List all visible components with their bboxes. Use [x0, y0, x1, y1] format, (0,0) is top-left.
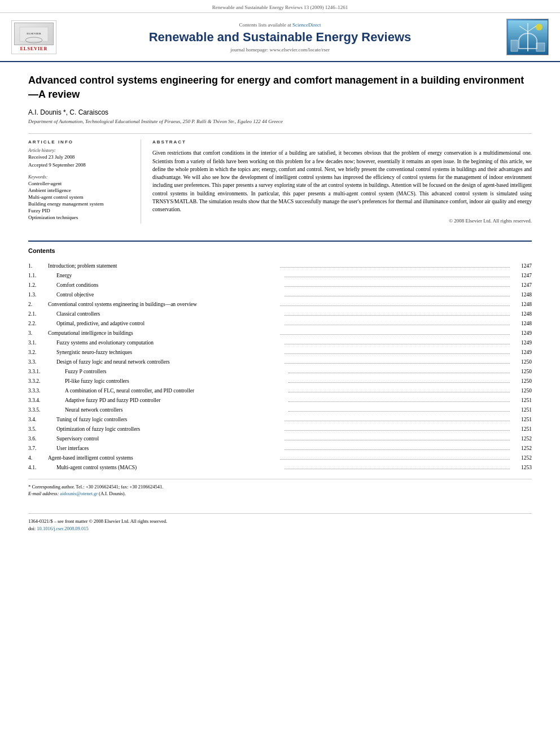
toc-page: 1248 [512, 311, 532, 317]
toc-num: 3.2. [28, 350, 56, 355]
toc-row: 3. Computational intelligence in buildin… [28, 328, 532, 336]
license-note: 1364-0321/$ – see front matter © 2008 El… [28, 518, 532, 524]
toc-row: 1. Introduction; problem statement 1247 [28, 261, 532, 269]
keywords-section: Keywords: Controller-agent Ambient intel… [28, 174, 132, 220]
toc-page: 1250 [512, 369, 532, 374]
toc-num: 1.3. [28, 292, 56, 298]
toc-dots [288, 405, 510, 412]
toc-title-text: Design of fuzzy logic and neural network… [56, 359, 282, 365]
toc-title-text: Supervisory control [56, 436, 282, 442]
elsevier-logo-area: ELSEVIER ELSEVIER [11, 20, 62, 54]
toc-page: 1249 [512, 350, 532, 355]
doi-line: doi: 10.1016/j.rser.2008.09.015 [28, 526, 532, 531]
received-date: Received 23 July 2008 [28, 154, 132, 160]
svg-point-10 [536, 24, 542, 30]
main-content: Advanced control systems engineering for… [0, 62, 560, 543]
toc-title-text: Computational intelligence in buildings [48, 330, 278, 336]
toc-num: 3.5. [28, 426, 56, 432]
toc-title-text: Introduction; problem statement [48, 263, 278, 269]
toc-page: 1252 [512, 436, 532, 442]
toc-num: 3.3.1. [28, 369, 65, 374]
paper-title: Advanced control systems engineering for… [28, 73, 532, 102]
toc-row: 2. Conventional control systems engineer… [28, 299, 532, 307]
keyword-1: Controller-agent [28, 181, 132, 186]
toc-title-text: Adaptive fuzzy PD and fuzzy PID controll… [65, 397, 286, 403]
toc-page: 1247 [512, 263, 532, 269]
toc-title-text: Tuning of fuzzy logic controllers [56, 417, 282, 422]
toc-dots [285, 434, 510, 440]
article-body: ARTICLE INFO Article history: Received 2… [28, 139, 532, 224]
toc-title-text: Control objective [56, 292, 282, 298]
toc-dots [280, 328, 510, 335]
email-suffix: (A.I. Dounis). [99, 491, 126, 496]
journal-homepage: journal homepage: www.elsevier.com/locat… [62, 47, 498, 53]
article-info: ARTICLE INFO Article history: Received 2… [28, 139, 141, 224]
toc-page: 1252 [512, 455, 532, 461]
toc-dots [285, 290, 510, 296]
toc-num: 1.1. [28, 273, 56, 278]
toc-page: 1249 [512, 330, 532, 336]
toc-page: 1251 [512, 397, 532, 403]
footer: 1364-0321/$ – see front matter © 2008 El… [28, 513, 532, 531]
toc-dots [285, 424, 510, 431]
toc-num: 3.3.4. [28, 397, 65, 403]
doi-label: doi: [28, 526, 36, 531]
toc-row: 3.4. Tuning of fuzzy logic controllers 1… [28, 414, 532, 422]
toc-dots [285, 270, 510, 277]
toc-row: 3.6. Supervisory control 1252 [28, 434, 532, 442]
toc-page: 1251 [512, 426, 532, 432]
toc-page: 1251 [512, 417, 532, 422]
elsevier-logo: ELSEVIER ELSEVIER [11, 20, 56, 54]
corresponding-text: * Corresponding author. Tel.: +30 210662… [28, 484, 532, 490]
toc-dots [285, 443, 510, 450]
toc-title-text: User interfaces [56, 445, 282, 451]
toc-page: 1252 [512, 445, 532, 451]
toc-dots [285, 318, 510, 325]
toc-page: 1247 [512, 273, 532, 278]
affiliation: Department of Automation, Technological … [28, 119, 532, 124]
toc-num: 2.2. [28, 321, 56, 326]
sciencedirect-line: Contents lists available at ScienceDirec… [62, 22, 498, 28]
divider-1 [28, 133, 532, 134]
toc-row: 1.2. Comfort conditions 1247 [28, 280, 532, 288]
toc-page: 1248 [512, 321, 532, 326]
toc-page: 1250 [512, 378, 532, 384]
toc-title-text: Comfort conditions [56, 282, 282, 288]
doi-value[interactable]: 10.1016/j.rser.2008.09.015 [37, 526, 88, 531]
elsevier-label: ELSEVIER [20, 46, 47, 51]
toc-title-text: Optimization of fuzzy logic controllers [56, 426, 282, 432]
toc-page: 1253 [512, 465, 532, 470]
svg-rect-9 [536, 43, 545, 51]
keyword-4: Building energy management system [28, 201, 132, 207]
toc-row: 3.3.1. Fuzzy P controllers 1250 [28, 366, 532, 374]
toc-row: 4. Agent-based intelligent control syste… [28, 453, 532, 461]
contents-title: Contents [28, 247, 532, 254]
toc-dots [285, 462, 510, 469]
toc-row: 1.3. Control objective 1248 [28, 290, 532, 298]
toc-dots [285, 347, 510, 354]
toc-row: 3.3.3. A combination of FLC, neural cont… [28, 386, 532, 394]
toc-row: 3.7. User interfaces 1252 [28, 443, 532, 451]
keywords-label: Keywords: [28, 174, 132, 180]
email-label: E-mail address: [28, 491, 59, 496]
toc-dots [285, 338, 510, 344]
toc-num: 1.2. [28, 282, 56, 288]
article-info-title: ARTICLE INFO [28, 139, 132, 145]
svg-text:ELSEVIER: ELSEVIER [27, 32, 41, 35]
toc-row: 3.1. Fuzzy systems and evolutionary comp… [28, 338, 532, 346]
sciencedirect-link[interactable]: ScienceDirect [292, 22, 321, 28]
citation-text: Renewable and Sustainable Energy Reviews… [212, 5, 348, 10]
copyright: © 2008 Elsevier Ltd. All rights reserved… [152, 218, 532, 224]
toc-title-text: PI-like fuzzy logic controllers [65, 378, 286, 384]
toc-title-text: Fuzzy P controllers [65, 369, 286, 374]
toc-row: 2.1. Classical controllers 1248 [28, 309, 532, 317]
history-label: Article history: [28, 148, 132, 153]
toc-dots [285, 357, 510, 364]
journal-header-center: Contents lists available at ScienceDirec… [62, 22, 498, 53]
toc-page: 1248 [512, 302, 532, 307]
email-link[interactable]: aidounis@otenet.gr [60, 491, 98, 496]
toc-row: 3.3.4. Adaptive fuzzy PD and fuzzy PID c… [28, 395, 532, 403]
toc-dots [280, 453, 510, 460]
journal-cover-image [498, 19, 549, 55]
toc-page: 1251 [512, 407, 532, 413]
